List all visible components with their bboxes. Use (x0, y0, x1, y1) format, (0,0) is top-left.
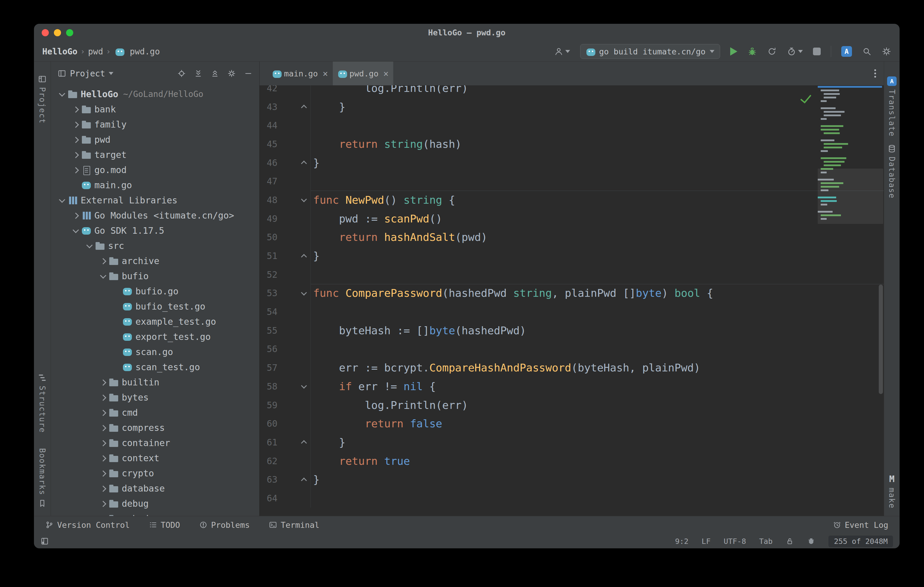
tree-item-target[interactable]: target (51, 147, 259, 162)
tool-button-event-log[interactable]: Event Log (833, 520, 888, 529)
chevron-right-icon[interactable] (99, 439, 107, 447)
tool-button-version-control[interactable]: Version Control (45, 520, 130, 529)
user-menu-button[interactable] (554, 47, 570, 56)
indent-widget[interactable]: Tab (759, 537, 772, 546)
panel-settings-button[interactable] (227, 69, 236, 78)
debug-button[interactable] (747, 47, 757, 56)
close-window-button[interactable] (42, 29, 49, 36)
lock-icon[interactable] (785, 537, 794, 545)
tree-item-cmd[interactable]: cmd (51, 405, 259, 420)
tool-button-translate[interactable]: A Translate (884, 76, 899, 137)
chevron-right-icon[interactable] (99, 408, 107, 417)
fold-end-icon[interactable] (300, 103, 307, 110)
chevron-right-icon[interactable] (99, 499, 107, 508)
code-line-42[interactable]: 42 log.Println(err) (259, 86, 884, 97)
run-button[interactable] (730, 47, 738, 56)
tree-item-bufio_test.go[interactable]: bufio_test.go (51, 299, 259, 314)
chevron-right-icon[interactable] (99, 484, 107, 493)
code-line-62[interactable]: 62 return true (259, 452, 884, 470)
project-view-select[interactable]: Project (70, 69, 105, 79)
editor-scrollbar[interactable] (879, 284, 883, 394)
tree-item-External-Libraries[interactable]: External Libraries (51, 193, 259, 208)
tree-item-export_test.go[interactable]: export_test.go (51, 329, 259, 344)
chevron-down-icon[interactable] (58, 196, 66, 205)
code-line-60[interactable]: 60 return false (259, 414, 884, 433)
tree-item-scan.go[interactable]: scan.go (51, 344, 259, 360)
fold-end-icon[interactable] (300, 439, 307, 446)
tree-item-src[interactable]: src (51, 238, 259, 253)
translate-button[interactable]: A (841, 46, 852, 57)
collapse-all-button[interactable] (210, 69, 219, 78)
breadcrumb-folder[interactable]: pwd (88, 47, 103, 56)
code-line-58[interactable]: 58 if err != nil { (259, 377, 884, 396)
tree-item-bytes[interactable]: bytes (51, 390, 259, 405)
chevron-right-icon[interactable] (99, 393, 107, 402)
code-line-52[interactable]: 52 (259, 265, 884, 284)
close-tab-icon[interactable]: × (323, 68, 328, 79)
hide-panel-button[interactable] (244, 69, 253, 78)
code-line-51[interactable]: 51} (259, 247, 884, 265)
chevron-right-icon[interactable] (71, 211, 80, 220)
tree-item-Go-SDK-1.17.5[interactable]: Go SDK 1.17.5 (51, 223, 259, 238)
memory-indicator[interactable]: 255 of 2048M (828, 536, 893, 547)
tool-button-problems[interactable]: Problems (199, 520, 250, 529)
tree-item-main.go[interactable]: main.go (51, 178, 259, 193)
chevron-right-icon[interactable] (99, 378, 107, 387)
tree-item-family[interactable]: family (51, 117, 259, 132)
tree-item-bufio.go[interactable]: bufio.go (51, 284, 259, 299)
chevron-right-icon[interactable] (99, 515, 107, 516)
minimap-viewport[interactable] (818, 169, 883, 224)
expand-all-button[interactable] (194, 69, 203, 78)
tool-button-database[interactable]: Database (884, 144, 899, 199)
tree-item-debug[interactable]: debug (51, 496, 259, 511)
code-line-50[interactable]: 50 return hashAndSalt(pwd) (259, 228, 884, 247)
tab-pwd-go[interactable]: pwd.go × (333, 62, 394, 86)
tree-item-go.mod[interactable]: go.mod (51, 162, 259, 178)
toolwindow-toggle-icon[interactable] (41, 537, 49, 545)
stop-button[interactable] (813, 48, 821, 55)
line-separator-widget[interactable]: LF (701, 537, 711, 546)
code-line-49[interactable]: 49 pwd := scanPwd() (259, 209, 884, 228)
chevron-down-icon[interactable] (99, 272, 107, 281)
breadcrumb-project[interactable]: HelloGo (42, 47, 78, 56)
close-tab-icon[interactable]: × (383, 68, 388, 79)
fold-end-icon[interactable] (300, 159, 307, 166)
code-line-61[interactable]: 61 } (259, 433, 884, 452)
tree-item-crypto[interactable]: crypto (51, 466, 259, 481)
tab-options-icon[interactable] (874, 72, 876, 74)
tool-button-terminal[interactable]: Terminal (269, 520, 319, 529)
code-line-43[interactable]: 43 } (259, 97, 884, 116)
tree-item-compress[interactable]: compress (51, 420, 259, 435)
chevron-right-icon[interactable] (71, 150, 80, 159)
code-editor[interactable]: 42 log.Println(err)43 }4445 return strin… (259, 86, 884, 516)
fold-start-icon[interactable] (300, 196, 307, 203)
tree-item-Go-Modules-itumate.cn-go-[interactable]: Go Modules <itumate.cn/go> (51, 208, 259, 223)
coverage-button[interactable] (767, 47, 777, 56)
code-line-63[interactable]: 63} (259, 470, 884, 489)
tree-item-pwd[interactable]: pwd (51, 132, 259, 147)
chevron-right-icon[interactable] (71, 135, 80, 144)
code-line-55[interactable]: 55 byteHash := []byte(hashedPwd) (259, 321, 884, 340)
tab-main-go[interactable]: main.go × (267, 62, 333, 86)
code-line-56[interactable]: 56 (259, 340, 884, 358)
encoding-widget[interactable]: UTF-8 (724, 537, 746, 546)
chevron-right-icon[interactable] (99, 469, 107, 478)
chevron-right-icon[interactable] (71, 105, 80, 114)
tree-item-bufio[interactable]: bufio (51, 268, 259, 284)
tool-button-bookmarks[interactable]: Bookmarks (34, 448, 51, 508)
chevron-right-icon[interactable] (99, 257, 107, 266)
chevron-down-icon[interactable] (85, 242, 94, 250)
tree-item-builtin[interactable]: builtin (51, 375, 259, 390)
tree-item-archive[interactable]: archive (51, 253, 259, 268)
tree-item-scan_test.go[interactable]: scan_test.go (51, 360, 259, 375)
chevron-right-icon[interactable] (71, 120, 80, 129)
chevron-right-icon[interactable] (99, 423, 107, 432)
tool-button-project[interactable]: Project (34, 75, 51, 124)
tree-item-bank[interactable]: bank (51, 102, 259, 117)
search-button[interactable] (862, 47, 871, 56)
breadcrumb-file[interactable]: pwd.go (130, 47, 160, 56)
fold-end-icon[interactable] (300, 476, 307, 483)
tree-item-database[interactable]: database (51, 481, 259, 496)
locate-file-button[interactable] (177, 69, 186, 78)
run-configuration-select[interactable]: go build itumate.cn/go (580, 44, 720, 59)
